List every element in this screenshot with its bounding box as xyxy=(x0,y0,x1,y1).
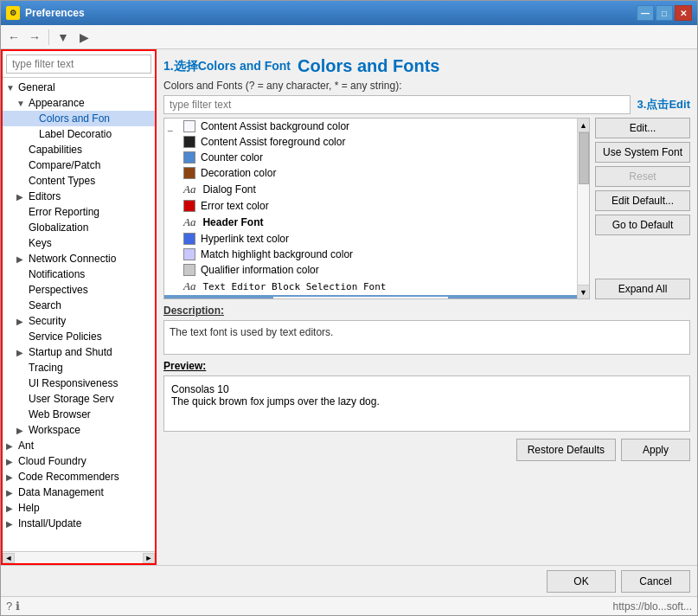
tree-item-general[interactable]: ▼ General xyxy=(3,80,155,95)
color-swatch xyxy=(183,233,195,245)
h-scrollbar[interactable]: ◄ ► xyxy=(3,551,155,563)
toolbar-arrow-down[interactable]: ▼ xyxy=(54,28,73,47)
list-item[interactable]: Content Assist foreground color xyxy=(164,134,577,150)
list-item[interactable]: Hyperlink text color xyxy=(164,231,577,247)
tree-label: Content Types xyxy=(29,175,95,187)
tree-item-tracing[interactable]: Tracing xyxy=(3,360,155,375)
ok-button[interactable]: OK xyxy=(547,570,616,593)
tree-item-appearance[interactable]: ▼ Appearance xyxy=(3,95,155,111)
tree-label: Data Management xyxy=(18,486,104,498)
scroll-right[interactable]: ► xyxy=(143,553,155,563)
scroll-track-h xyxy=(15,553,143,563)
list-item[interactable]: Counter color xyxy=(164,150,577,165)
tree-item-help[interactable]: ▶ Help xyxy=(3,500,155,516)
restore-defaults-button[interactable]: Restore Defaults xyxy=(516,439,616,461)
tree-item-cloud-foundry[interactable]: ▶ Cloud Foundry xyxy=(3,453,155,469)
tree-label: Security xyxy=(29,315,66,327)
toolbar: ← → ▼ ▶ xyxy=(1,25,697,49)
list-item-text-font[interactable]: Aa Text Font 2.选择Basic最后一项：Text Font xyxy=(164,295,577,298)
item-label: Content Assist foreground color xyxy=(201,136,345,148)
font-icon: Aa xyxy=(183,183,195,196)
help-icon[interactable]: ? xyxy=(6,600,12,613)
info-icon[interactable]: ℹ xyxy=(16,600,20,613)
go-to-default-button[interactable]: Go to Default xyxy=(595,215,690,235)
tree-item-search[interactable]: Search xyxy=(3,298,155,313)
help-icons: ? ℹ xyxy=(6,600,20,613)
item-label: Decoration color xyxy=(201,167,276,179)
tree-item-editors[interactable]: ▶ Editors xyxy=(3,189,155,204)
toolbar-arrow-right[interactable]: ▶ xyxy=(74,28,93,47)
use-system-font-button[interactable]: Use System Font xyxy=(595,142,690,163)
list-item[interactable]: Error text color xyxy=(164,198,577,214)
tree-label: Capabilities xyxy=(29,144,82,156)
tree-item-compare-patch[interactable]: Compare/Patch xyxy=(3,157,155,173)
tree-item-keys[interactable]: Keys xyxy=(3,235,155,251)
tree-item-error-reporting[interactable]: Error Reporting xyxy=(3,204,155,220)
list-item[interactable]: Aa Text Editor Block Selection Font xyxy=(164,278,577,295)
tree-item-capabilities[interactable]: Capabilities xyxy=(3,142,155,157)
forward-button[interactable]: → xyxy=(25,28,44,47)
tree-item-notifications[interactable]: Notifications xyxy=(3,266,155,282)
tree-label: Startup and Shutd xyxy=(29,346,112,358)
tree-label: Error Reporting xyxy=(29,206,99,218)
expand-icon: ▶ xyxy=(16,426,27,435)
tree-label: Keys xyxy=(29,237,52,249)
tree-item-web-browser[interactable]: Web Browser xyxy=(3,407,155,422)
back-button[interactable]: ← xyxy=(4,28,23,47)
tree-item-startup[interactable]: ▶ Startup and Shutd xyxy=(3,344,155,360)
list-item[interactable]: Decoration color xyxy=(164,165,577,181)
apply-button[interactable]: Apply xyxy=(621,439,690,461)
tree-item-ui-responsiveness[interactable]: UI Responsiveness xyxy=(3,375,155,391)
tree-item-data-management[interactable]: ▶ Data Management xyxy=(3,484,155,500)
list-item[interactable]: Match highlight background color xyxy=(164,247,577,262)
list-item[interactable]: Aa Header Font xyxy=(164,214,577,231)
tree-label: Web Browser xyxy=(29,408,91,420)
tree-item-user-storage[interactable]: User Storage Serv xyxy=(3,391,155,407)
step3-annotation: 3.点击Edit xyxy=(637,97,690,112)
tree-label: User Storage Serv xyxy=(29,393,114,405)
tree-item-colors-fonts[interactable]: Colors and Fon xyxy=(3,111,155,126)
tree-item-network[interactable]: ▶ Network Connectio xyxy=(3,251,155,266)
expand-icon: ▶ xyxy=(6,441,16,451)
tree-label: Colors and Fon xyxy=(39,112,110,125)
expand-icon: ▶ xyxy=(6,519,16,529)
tree-item-globalization[interactable]: Globalization xyxy=(3,220,155,235)
v-scrollbar: ▲ ▼ xyxy=(577,119,589,298)
colors-filter-input[interactable] xyxy=(163,95,631,114)
close-button[interactable]: ✕ xyxy=(675,5,692,21)
scroll-thumb[interactable] xyxy=(579,132,589,184)
tree-item-content-types[interactable]: Content Types xyxy=(3,173,155,189)
tree-item-workspace[interactable]: ▶ Workspace xyxy=(3,422,155,438)
action-row: Restore Defaults Apply xyxy=(163,439,690,461)
edit-button[interactable]: Edit... xyxy=(595,118,690,138)
tree-item-ant[interactable]: ▶ Ant xyxy=(3,438,155,453)
tree-item-code-recommenders[interactable]: ▶ Code Recommenders xyxy=(3,469,155,484)
tree-label: Editors xyxy=(29,190,61,202)
tree-filter-input[interactable] xyxy=(6,55,151,74)
tree-item-perspectives[interactable]: Perspectives xyxy=(3,282,155,298)
list-item[interactable]: Aa Dialog Font xyxy=(164,181,577,198)
window-controls: — □ ✕ xyxy=(637,5,692,21)
maximize-button[interactable]: □ xyxy=(656,5,673,21)
cancel-button[interactable]: Cancel xyxy=(621,570,690,593)
item-label: Text Editor Block Selection Font xyxy=(202,281,386,292)
scroll-down[interactable]: ▼ xyxy=(578,285,589,298)
tree-item-service-policies[interactable]: Service Policies xyxy=(3,329,155,344)
scroll-left[interactable]: ◄ xyxy=(3,553,15,563)
minimize-button[interactable]: — xyxy=(637,5,654,21)
preferences-window: ⚙ Preferences — □ ✕ ← → ▼ ▶ ▼ General xyxy=(0,0,698,616)
scroll-up[interactable]: ▲ xyxy=(578,119,589,132)
reset-button[interactable]: Reset xyxy=(595,166,690,187)
expand-all-button[interactable]: Expand All xyxy=(595,279,690,299)
right-title-row: 1.选择Colors and Font Colors and Fonts xyxy=(163,56,690,76)
preview-section: Preview: Consolas 10 The quick brown fox… xyxy=(163,360,690,432)
step1-annotation: 1.选择Colors and Font xyxy=(163,59,291,74)
list-item[interactable]: Qualifier information color xyxy=(164,262,577,278)
edit-default-button[interactable]: Edit Default... xyxy=(595,190,690,211)
list-item[interactable]: _ Content Assist background color xyxy=(164,119,577,134)
tree-label: Ant xyxy=(18,440,34,452)
tree-item-label-decorations[interactable]: Label Decoratio xyxy=(3,126,155,142)
tree-item-install-update[interactable]: ▶ Install/Update xyxy=(3,516,155,531)
font-icon: Aa xyxy=(183,215,195,229)
tree-item-security[interactable]: ▶ Security xyxy=(3,313,155,329)
